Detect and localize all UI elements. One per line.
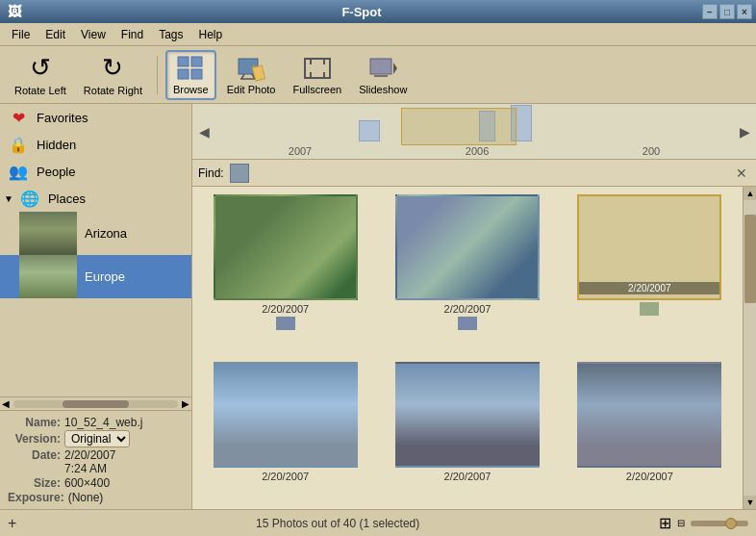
timeline-label-2006: 2006 [466,145,489,157]
svg-marker-12 [393,63,397,74]
vscroll-track[interactable] [743,200,756,496]
slideshow-button[interactable]: Slideshow [352,50,414,100]
photo-date-6: 2/20/2007 [626,471,673,482]
vscroll-thumb [744,215,756,303]
browse-button[interactable]: Browse [165,50,216,100]
timeline-labels: 2007 2006 200 [212,145,737,157]
timeline-nav-left[interactable]: ◀ [196,104,212,159]
sidebar-scroll-track[interactable] [13,400,178,408]
photo-thumb-2[interactable] [395,194,540,300]
slideshow-icon [367,55,398,82]
zoom-separator: ⊟ [677,518,685,528]
photo-thumb-3[interactable]: 2/20/2007 [577,194,721,300]
photo-mini-1 [276,317,295,330]
menu-help[interactable]: Help [191,26,231,43]
sidebar-item-people[interactable]: 👥 People [0,158,191,185]
rotate-left-label: Rotate Left [14,85,66,96]
photo-date-4: 2/20/2007 [262,471,309,482]
date-value: 2/20/2007 7:24 AM [64,448,115,475]
close-button[interactable]: × [737,4,752,19]
sidebar-hscrollbar[interactable]: ◀ ▶ [0,396,191,410]
name-label: Name: [8,416,61,429]
find-close-button[interactable]: ✕ [733,165,750,182]
sidebar-scroll[interactable]: ❤ Favorites 🔒 Hidden 👥 People ▼ 🌐 Places [0,104,191,396]
version-select[interactable]: Original [64,430,130,447]
sidebar-item-hidden[interactable]: 🔒 Hidden [0,131,191,158]
find-bar: Find: ✕ [192,160,756,187]
zoom-thumb [725,518,737,529]
photo-cell-2[interactable]: 2/20/2007 [382,194,552,350]
fullscreen-icon [302,55,333,82]
photo-grid[interactable]: 2/20/2007 2/20/2007 2/20/2007 [192,187,743,509]
photo-thumb-4[interactable] [214,362,358,468]
rotate-right-button[interactable]: ↻ Rotate Right [77,50,149,100]
content-area: ◀ 2007 2006 200 ▶ Find: ✕ [192,104,756,509]
slideshow-label: Slideshow [359,84,407,95]
photo-cell-4[interactable]: 2/20/2007 [200,362,370,502]
grid-view-icon[interactable]: ⊞ [659,514,671,532]
vscroll-down[interactable]: ▼ [743,496,756,509]
grid-vscrollbar[interactable]: ▲ ▼ [743,187,756,509]
find-thumbnail [230,164,249,183]
photo-thumb-1[interactable] [214,194,358,300]
photo-thumb-6[interactable] [577,362,721,468]
photo-cell-6[interactable]: 2/20/2007 [565,362,735,502]
sidebar: ❤ Favorites 🔒 Hidden 👥 People ▼ 🌐 Places [0,104,192,509]
menu-edit[interactable]: Edit [38,26,73,43]
photo-mini-3 [640,302,659,316]
zoom-slider[interactable] [691,521,748,526]
edit-photo-icon [236,55,266,82]
timeline-selector[interactable] [401,108,517,145]
places-label: Places [48,191,86,206]
window-title: F-Spot [21,5,702,19]
places-expander[interactable]: ▼ [0,191,17,207]
sidebar-item-arizona[interactable]: Arizona [0,212,191,255]
menu-find[interactable]: Find [113,26,151,43]
photo-thumb-5[interactable] [395,362,540,468]
photo-cell-1[interactable]: 2/20/2007 [200,194,370,350]
sidebar-scroll-thumb [63,400,128,408]
menu-file[interactable]: File [4,26,38,43]
add-button[interactable]: + [8,515,16,532]
svg-rect-1 [191,57,202,66]
arizona-label: Arizona [85,226,127,241]
photo-mini-2 [458,317,477,330]
sidebar-item-places-row[interactable]: ▼ 🌐 Places [0,185,191,212]
titlebar: 🖼 F-Spot − □ × [0,0,756,23]
menu-tags[interactable]: Tags [151,26,190,43]
svg-rect-3 [191,69,202,79]
date-label: Date: [8,448,61,475]
rotate-left-icon: ↻ [25,53,56,83]
photo-cell-5[interactable]: 2/20/2007 [382,362,552,502]
edit-photo-button[interactable]: Edit Photo [220,50,283,100]
photo-cell-3[interactable]: 2/20/2007 [565,194,735,350]
photo-info: Name: 10_52_4_web.j Version: Original Da… [0,410,191,509]
sidebar-scroll-right[interactable]: ▶ [182,398,189,409]
fullscreen-label: Fullscreen [292,84,341,95]
sidebar-scroll-left[interactable]: ◀ [2,398,10,409]
status-text: 15 Photos out of 40 (1 selected) [256,517,419,530]
sidebar-item-places[interactable]: 🌐 Places [17,185,191,212]
timeline-track[interactable]: 2007 2006 200 [212,104,737,159]
version-label: Version: [8,432,61,446]
favorites-icon: ❤ [8,107,29,128]
sidebar-item-europe[interactable]: Europe [0,255,191,298]
edit-photo-label: Edit Photo [227,84,276,95]
fullscreen-button[interactable]: Fullscreen [286,50,348,100]
photo-date-5: 2/20/2007 [444,471,491,482]
timeline-label-200x: 200 [643,145,660,157]
photo-date-1: 2/20/2007 [262,303,309,315]
vscroll-up[interactable]: ▲ [743,187,756,200]
rotate-right-icon: ↻ [97,53,128,83]
timeline: ◀ 2007 2006 200 ▶ [192,104,756,160]
zoom-controls: ⊞ ⊟ [659,514,748,532]
rotate-left-button[interactable]: ↻ Rotate Left [8,50,73,100]
minimize-button[interactable]: − [702,4,718,19]
sidebar-item-favorites[interactable]: ❤ Favorites [0,104,191,131]
svg-rect-2 [178,69,189,79]
maximize-button[interactable]: □ [719,4,735,19]
menu-view[interactable]: View [73,26,113,43]
main-area: ❤ Favorites 🔒 Hidden 👥 People ▼ 🌐 Places [0,104,756,509]
size-value: 600×400 [64,476,110,490]
timeline-nav-right[interactable]: ▶ [737,104,752,159]
